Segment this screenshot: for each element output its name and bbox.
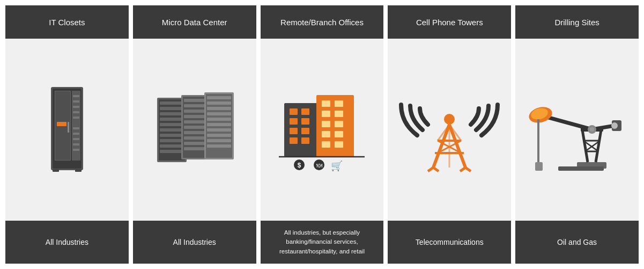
svg-rect-47 [207, 107, 231, 110]
body-remote-branch: $ 🍽 🛒 [261, 39, 384, 221]
svg-rect-28 [160, 139, 184, 142]
body-drilling-sites [515, 39, 639, 221]
svg-rect-21 [160, 101, 184, 105]
svg-rect-8 [73, 106, 79, 108]
svg-rect-7 [73, 100, 79, 103]
svg-rect-70 [335, 121, 343, 127]
svg-line-98 [596, 130, 601, 162]
footer-micro-data-center: All Industries [133, 221, 256, 264]
svg-rect-4 [57, 122, 66, 126]
card-remote-branch: Remote/Branch Offices [261, 5, 384, 264]
footer-remote-branch: All industries, but especially banking/f… [261, 221, 384, 264]
remote-branch-icon: $ 🍽 🛒 [273, 87, 370, 173]
svg-point-113 [590, 127, 594, 132]
svg-rect-29 [160, 144, 184, 148]
svg-rect-16 [53, 169, 59, 172]
svg-text:🍽: 🍽 [316, 162, 322, 169]
svg-rect-27 [160, 134, 184, 137]
cell-tower-icon [398, 84, 500, 176]
svg-rect-69 [322, 121, 330, 127]
svg-rect-111 [535, 162, 543, 171]
footer-it-closets: All Industries [5, 221, 129, 264]
svg-rect-12 [73, 133, 79, 135]
body-cell-phone-towers [388, 39, 511, 221]
header-cell-phone-towers: Cell Phone Towers [388, 5, 511, 39]
svg-rect-72 [335, 131, 343, 137]
svg-rect-59 [301, 118, 309, 125]
svg-rect-57 [301, 108, 309, 115]
svg-rect-74 [335, 141, 343, 148]
svg-rect-26 [160, 128, 184, 132]
card-it-closets: IT Closets [5, 5, 129, 264]
svg-line-91 [433, 168, 439, 171]
svg-line-92 [460, 168, 465, 171]
svg-rect-58 [290, 118, 298, 125]
header-drilling-sites: Drilling Sites [515, 5, 639, 39]
svg-text:$: $ [298, 162, 301, 169]
svg-rect-66 [335, 100, 343, 107]
micro-dc-icon [152, 90, 238, 170]
svg-rect-48 [207, 112, 231, 115]
drilling-site-icon [529, 87, 625, 173]
svg-rect-54 [207, 144, 231, 148]
svg-rect-96 [558, 166, 604, 171]
card-micro-data-center: Micro Data Center [133, 5, 256, 264]
svg-line-105 [545, 117, 592, 129]
svg-rect-18 [68, 122, 69, 133]
card-drilling-sites: Drilling Sites [515, 5, 639, 264]
svg-point-114 [611, 122, 618, 129]
svg-rect-52 [207, 134, 231, 137]
svg-rect-68 [335, 111, 343, 117]
svg-line-90 [428, 168, 433, 171]
svg-rect-67 [322, 111, 330, 117]
body-micro-data-center [133, 39, 256, 221]
svg-rect-11 [73, 127, 79, 129]
body-it-closets [5, 39, 129, 221]
svg-rect-61 [301, 128, 309, 134]
svg-rect-51 [207, 128, 231, 132]
svg-rect-13 [73, 138, 79, 140]
svg-point-81 [444, 114, 455, 125]
svg-line-93 [465, 168, 471, 171]
svg-rect-46 [207, 101, 231, 105]
svg-rect-65 [322, 100, 330, 107]
svg-rect-73 [322, 141, 330, 148]
svg-rect-24 [160, 118, 184, 121]
svg-rect-71 [322, 131, 330, 137]
svg-rect-15 [73, 149, 79, 151]
svg-rect-45 [207, 96, 231, 99]
svg-rect-53 [207, 139, 231, 142]
card-cell-phone-towers: Cell Phone Towers [388, 5, 511, 264]
header-micro-data-center: Micro Data Center [133, 5, 256, 39]
svg-rect-62 [290, 137, 298, 144]
svg-rect-14 [73, 143, 79, 146]
it-closet-icon [43, 84, 91, 176]
svg-rect-10 [73, 117, 79, 119]
svg-rect-63 [301, 137, 309, 144]
header-remote-branch: Remote/Branch Offices [261, 5, 384, 39]
svg-rect-9 [73, 111, 79, 113]
svg-rect-22 [160, 107, 184, 110]
svg-rect-30 [160, 150, 184, 153]
svg-rect-60 [290, 128, 298, 134]
svg-rect-17 [75, 169, 82, 172]
footer-cell-phone-towers: Telecommunications [388, 221, 511, 264]
header-it-closets: IT Closets [5, 5, 129, 39]
footer-drilling-sites: Oil and Gas [515, 221, 639, 264]
svg-rect-49 [207, 118, 231, 121]
svg-rect-56 [290, 108, 298, 115]
svg-rect-6 [73, 95, 79, 97]
svg-line-97 [582, 130, 588, 162]
svg-text:🛒: 🛒 [331, 160, 343, 172]
main-grid: IT Closets [0, 0, 644, 269]
svg-rect-50 [207, 123, 231, 126]
svg-rect-23 [160, 112, 184, 115]
svg-rect-25 [160, 123, 184, 126]
